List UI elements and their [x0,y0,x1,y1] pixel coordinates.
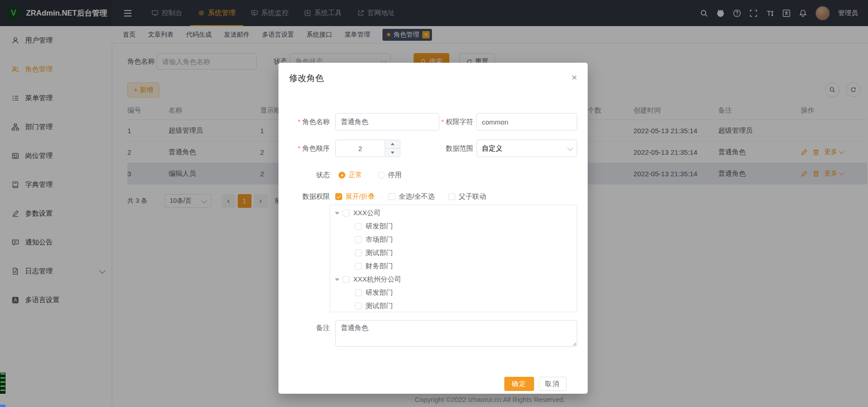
tree-node-child[interactable]: 财务部门 [330,260,577,273]
dialog-title: 修改角色 [289,73,324,84]
data-scope-value: 自定义 [482,144,502,153]
perm-string-input[interactable] [476,113,577,130]
tree-node-label: 市场部门 [366,235,393,244]
tree-node-child[interactable]: 研发部门 [330,286,577,299]
tree-node-root[interactable]: XXX公司 [330,206,577,220]
checkbox-checked-icon [335,193,342,200]
chevron-down-icon [568,145,573,151]
checkbox-icon [448,193,455,200]
dialog-body: 角色名称 权限字符 角色顺序 2 [278,94,588,391]
dialog-row-name-perm: 角色名称 权限字符 [289,113,577,130]
tree-node-label: 测试部门 [366,249,393,257]
checkbox-icon[interactable] [355,236,362,243]
confirm-button[interactable]: 确定 [504,377,534,391]
tree-node-label: XXX公司 [353,209,381,217]
stepper-increase-icon[interactable] [385,140,400,149]
role-name-input[interactable] [335,113,439,130]
parent-child-link-checkbox[interactable]: 父子联动 [448,192,486,201]
tree-node-root[interactable]: XXX杭州分公司 [330,273,577,286]
radio-unchecked-icon [378,172,385,179]
app-window: V ZRAdmin.NET后台管理 控制台 系统管理 系统监控 系统工具 [0,0,868,407]
caret-down-icon[interactable] [335,278,339,283]
select-all-checkbox[interactable]: 全选/全不选 [388,192,435,201]
select-all-label: 全选/全不选 [399,192,435,201]
data-scope-select[interactable]: 自定义 [476,140,577,157]
checkbox-icon[interactable] [343,210,349,217]
role-order-label: 角色顺序 [289,144,330,153]
dialog-row-data-perms: 数据权限 展开/折叠 全选/全不选 父子联动 [289,192,577,201]
data-scope-label: 数据范围 [446,144,476,153]
tree-node-label: 测试部门 [366,302,393,310]
tree-node-label: 财务部门 [366,262,393,271]
radio-checked-icon [338,172,345,179]
checkbox-icon[interactable] [355,223,362,230]
dialog-footer: 确定 取消 [289,377,577,391]
tree-node-child[interactable]: 研发部门 [330,220,577,233]
parent-child-link-label: 父子联动 [459,192,486,201]
tree-node-child[interactable]: 市场部门 [330,233,577,246]
dialog-header: 修改角色 × [278,63,588,94]
status-radio-normal[interactable]: 正常 [338,171,362,179]
permission-tree: XXX公司 研发部门 市场部门 测试部门 财务部门 [330,205,577,312]
checkbox-icon[interactable] [355,289,362,296]
corner-app-thumbnail [0,373,5,394]
data-perm-label: 数据权限 [289,192,330,201]
dialog-row-status: 状态 正常 停用 [289,171,577,179]
expand-collapse-label: 展开/折叠 [345,192,375,201]
perm-string-label: 权限字符 [441,118,476,126]
tree-node-label: 研发部门 [366,288,393,297]
remark-textarea[interactable]: 普通角色 [335,320,577,347]
caret-down-icon[interactable] [335,212,339,217]
status-label: 状态 [289,171,330,179]
dialog-row-order-scope: 角色顺序 2 数据范围 自定义 [289,140,577,157]
edit-role-dialog: 修改角色 × 角色名称 权限字符 角色顺序 2 [278,63,588,394]
tree-node-label: 研发部门 [366,222,393,231]
status-radio-disabled[interactable]: 停用 [378,171,402,179]
role-order-value: 2 [336,140,385,157]
cancel-button[interactable]: 取消 [539,377,567,391]
checkbox-icon [388,193,395,200]
remark-label: 备注 [289,324,330,332]
status-normal-label: 正常 [349,171,362,179]
checkbox-icon[interactable] [355,303,362,309]
expand-collapse-checkbox[interactable]: 展开/折叠 [335,192,375,201]
tree-node-label: XXX杭州分公司 [353,275,401,284]
role-name-label: 角色名称 [289,118,330,126]
stepper-decrease-icon[interactable] [385,149,400,157]
checkbox-icon[interactable] [355,263,362,270]
close-dialog-icon[interactable]: × [572,73,577,82]
role-order-stepper[interactable]: 2 [335,140,400,157]
tree-node-child[interactable]: 测试部门 [330,246,577,260]
tree-node-child[interactable]: 测试部门 [330,299,577,312]
dialog-row-remark: 备注 普通角色 [289,320,577,347]
checkbox-icon[interactable] [343,276,349,283]
status-disabled-label: 停用 [388,171,402,179]
corner-blue-strip [0,405,5,407]
checkbox-icon[interactable] [355,250,362,256]
